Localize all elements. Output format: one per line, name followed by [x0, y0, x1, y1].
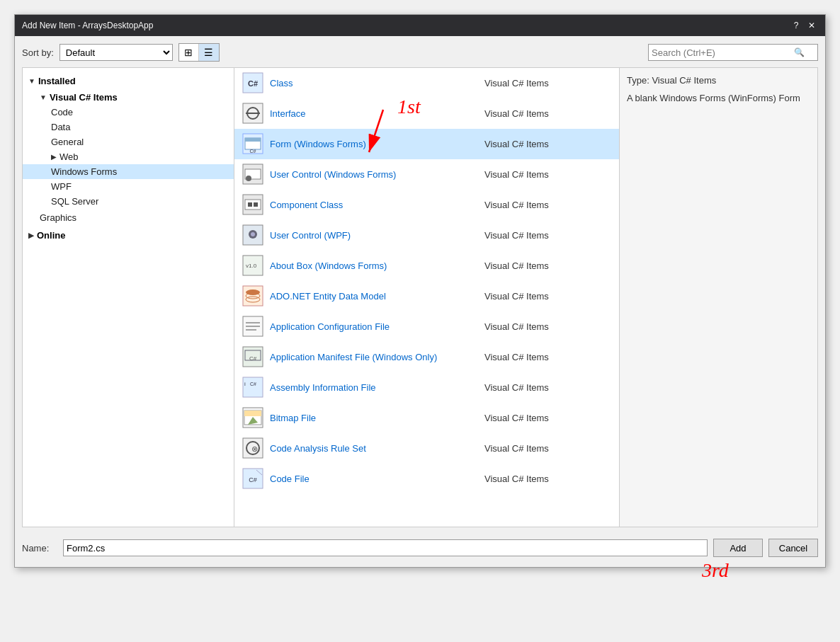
general-label: General — [51, 137, 84, 147]
installed-header[interactable]: ▼ Installed — [23, 74, 234, 88]
sidebar-item-code[interactable]: Code — [23, 105, 234, 120]
graphics-label: Graphics — [40, 212, 76, 223]
class-name: Class — [270, 78, 479, 88]
svg-text:C#: C# — [250, 149, 256, 154]
bitmap-category: Visual C# Items — [484, 413, 612, 423]
sidebar-item-data[interactable]: Data — [23, 120, 234, 134]
description: A blank Windows Forms (WinForms) Form — [627, 93, 810, 103]
appmanifest-category: Visual C# Items — [484, 352, 612, 362]
item-row-usercontrol-wf[interactable]: User Control (Windows Forms) Visual C# I… — [234, 159, 619, 190]
interface-name: Interface — [270, 108, 479, 119]
appmanifest-icon: C# — [242, 345, 264, 368]
item-row-form[interactable]: C# Form (Windows Forms) Visual C# Items — [234, 129, 619, 159]
form-name: Form (Windows Forms) — [270, 139, 479, 149]
sidebar-item-web[interactable]: ▶ Web — [23, 149, 234, 164]
aboutbox-category: Visual C# Items — [484, 260, 612, 271]
usercontrol-wf-category: Visual C# Items — [484, 169, 612, 180]
sidebar-item-sql-server[interactable]: SQL Server — [23, 194, 234, 209]
item-row-adonet[interactable]: ADO.NET Entity Data Model Visual C# Item… — [234, 281, 619, 311]
item-row-assemblyinfo[interactable]: iC# Assembly Information File Visual C# … — [234, 372, 619, 403]
type-label: Type: — [627, 75, 649, 86]
dialog-body: Sort by: Default ⊞ ☰ 🔍 ▼ Installe — [15, 36, 825, 567]
item-row-appmanifest[interactable]: C# Application Manifest File (Windows On… — [234, 342, 619, 372]
list-view-button[interactable]: ☰ — [199, 44, 219, 61]
installed-arrow: ▼ — [28, 77, 35, 85]
installed-section: ▼ Installed ▼ Visual C# Items Code Data — [23, 72, 234, 227]
appmanifest-name: Application Manifest File (Windows Only) — [270, 352, 479, 362]
data-label: Data — [51, 122, 70, 132]
svg-point-18 — [251, 232, 255, 236]
visual-csharp-label: Visual C# Items — [50, 92, 118, 103]
online-arrow: ▶ — [28, 231, 34, 239]
dialog-title: Add New Item - ArraysDesktopApp — [22, 21, 153, 30]
sidebar-item-general[interactable]: General — [23, 134, 234, 149]
component-icon — [242, 193, 264, 216]
appconfig-icon — [242, 315, 264, 338]
interface-category: Visual C# Items — [484, 108, 612, 119]
svg-point-22 — [246, 290, 260, 295]
close-button[interactable]: ✕ — [805, 19, 818, 32]
bitmap-name: Bitmap File — [270, 413, 479, 423]
aboutbox-icon: v1.0 — [242, 254, 264, 277]
visual-csharp-header[interactable]: ▼ Visual C# Items — [23, 90, 234, 105]
right-panel: Type: Visual C# Items A blank Windows Fo… — [620, 67, 818, 527]
item-row-component[interactable]: Component Class Visual C# Items — [234, 190, 619, 220]
sidebar-item-wpf[interactable]: WPF — [23, 179, 234, 194]
svg-rect-15 — [254, 202, 258, 207]
sql-server-label: SQL Server — [51, 196, 98, 207]
appconfig-category: Visual C# Items — [484, 321, 612, 332]
web-label: Web — [59, 151, 79, 162]
item-row-class[interactable]: C# Class Visual C# Items — [234, 68, 619, 98]
windows-forms-label: Windows Forms — [51, 166, 117, 177]
svg-point-11 — [246, 176, 251, 181]
svg-rect-7 — [245, 138, 261, 142]
usercontrol-wpf-name: User Control (WPF) — [270, 230, 479, 241]
help-button[interactable]: ? — [790, 19, 802, 32]
component-name: Component Class — [270, 200, 479, 210]
svg-text:⊗: ⊗ — [251, 445, 258, 453]
sidebar-item-graphics[interactable]: Graphics — [23, 210, 234, 225]
item-row-aboutbox[interactable]: v1.0 About Box (Windows Forms) Visual C#… — [234, 251, 619, 281]
sidebar: ▼ Installed ▼ Visual C# Items Code Data — [22, 67, 234, 527]
usercontrol-wf-name: User Control (Windows Forms) — [270, 169, 479, 180]
item-row-appconfig[interactable]: Application Configuration File Visual C#… — [234, 311, 619, 342]
form-icon: C# — [242, 132, 264, 155]
item-row-bitmap[interactable]: Bitmap File Visual C# Items — [234, 403, 619, 433]
add-button[interactable]: Add — [713, 539, 763, 557]
online-section: ▶ Online — [23, 227, 234, 244]
grid-view-button[interactable]: ⊞ — [179, 44, 199, 61]
svg-text:v1.0: v1.0 — [246, 263, 257, 269]
interface-icon — [242, 102, 264, 125]
item-row-interface[interactable]: Interface Visual C# Items — [234, 98, 619, 129]
usercontrol-wpf-icon — [242, 224, 264, 246]
codeanalysis-name: Code Analysis Rule Set — [270, 443, 479, 454]
search-input[interactable] — [649, 47, 790, 58]
svg-rect-37 — [244, 411, 261, 416]
item-row-codefile[interactable]: C# Code File Visual C# Items — [234, 464, 619, 494]
adonet-category: Visual C# Items — [484, 291, 612, 302]
svg-text:C#: C# — [250, 382, 256, 386]
sort-select[interactable]: Default — [59, 44, 173, 61]
item-row-codeanalysis[interactable]: ⊗ Code Analysis Rule Set Visual C# Items — [234, 433, 619, 464]
adonet-name: ADO.NET Entity Data Model — [270, 291, 479, 302]
item-row-usercontrol-wpf[interactable]: User Control (WPF) Visual C# Items — [234, 220, 619, 251]
svg-rect-14 — [248, 202, 252, 207]
sidebar-item-windows-forms[interactable]: Windows Forms — [23, 164, 234, 179]
view-buttons: ⊞ ☰ — [178, 43, 220, 62]
name-input[interactable] — [63, 539, 708, 556]
online-header[interactable]: ▶ Online — [23, 228, 234, 243]
codefile-icon: C# — [242, 467, 264, 490]
codefile-name: Code File — [270, 474, 479, 484]
assemblyinfo-name: Assembly Information File — [270, 382, 479, 393]
add-new-item-dialog: Add New Item - ArraysDesktopApp ? ✕ Sort… — [14, 14, 826, 568]
code-label: Code — [51, 107, 73, 117]
appconfig-name: Application Configuration File — [270, 321, 479, 332]
sort-label: Sort by: — [22, 47, 54, 58]
visual-csharp-arrow: ▼ — [40, 93, 47, 101]
items-list: C# Class Visual C# Items Interface Visua… — [234, 68, 619, 527]
type-value: Visual C# Items — [652, 75, 716, 86]
bottom-row: Name: Add Cancel — [22, 533, 818, 560]
center-panel: C# Class Visual C# Items Interface Visua… — [234, 67, 620, 527]
cancel-button[interactable]: Cancel — [768, 539, 818, 557]
search-button[interactable]: 🔍 — [790, 44, 807, 61]
